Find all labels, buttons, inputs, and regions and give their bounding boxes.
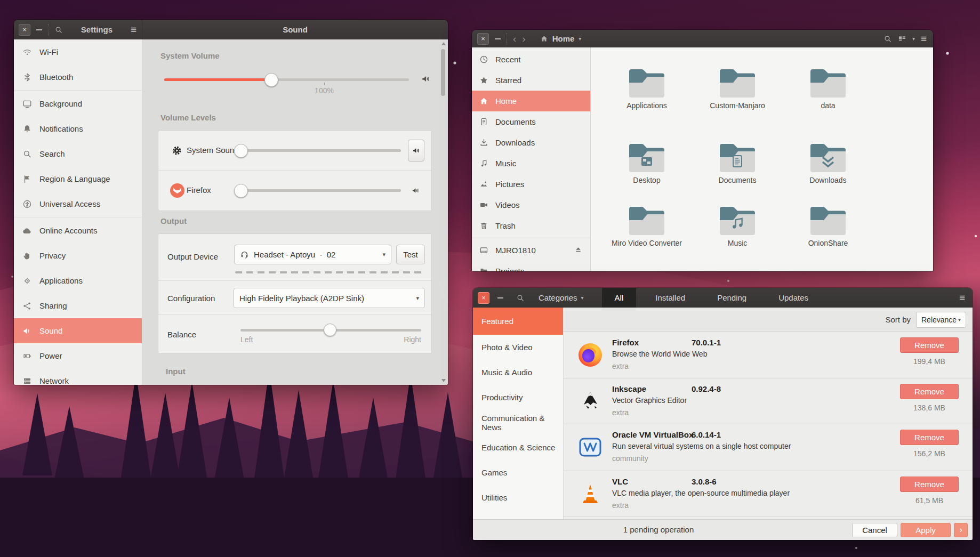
sidebar-item-search[interactable]: Search (14, 141, 142, 166)
volume-row-firefox: Firefox (158, 171, 431, 211)
search-icon[interactable] (54, 26, 63, 34)
scroll-up-arrow[interactable] (441, 42, 446, 45)
sort-dropdown[interactable]: Relevance ▾ (916, 312, 966, 328)
sidebar-item-region-language[interactable]: Region & Language (14, 166, 142, 191)
tab-all[interactable]: All (602, 288, 637, 308)
category-games[interactable]: Games (473, 460, 563, 485)
sidebar-item-videos[interactable]: Videos (472, 195, 590, 215)
sidebar-item-universal-access[interactable]: Universal Access (14, 191, 142, 216)
folder-downloads[interactable]: Downloads (783, 144, 873, 184)
system-volume-knob[interactable] (264, 73, 278, 87)
sidebar-item-privacy[interactable]: Privacy (14, 243, 142, 268)
folder-custom-manjaro[interactable]: Custom-Manjaro (692, 69, 783, 110)
minimize-button[interactable] (495, 38, 501, 39)
category-education-science[interactable]: Education & Science (473, 435, 563, 460)
volume-tick-label: 100% (306, 86, 343, 95)
menu-icon[interactable]: ≡ (959, 293, 965, 303)
balance-knob[interactable] (324, 324, 336, 336)
sidebar-item-mjro1810[interactable]: MJRO1810 (472, 240, 590, 261)
tab-pending[interactable]: Pending (704, 288, 759, 308)
volume-tick (324, 83, 325, 85)
folder-music[interactable]: Music (692, 207, 783, 247)
scrollbar-thumb[interactable] (441, 49, 445, 96)
tab-installed[interactable]: Installed (642, 288, 698, 308)
forward-button[interactable]: › (522, 34, 525, 44)
remove-button[interactable]: Remove (900, 430, 959, 445)
output-device-dropdown[interactable]: Headset - Aptoyu - 02 ▾ (234, 245, 391, 264)
category-communication-news[interactable]: Communication & News (473, 410, 563, 435)
sidebar-item-music[interactable]: Music (472, 153, 590, 174)
folder-data[interactable]: data (783, 69, 873, 110)
tab-updates[interactable]: Updates (766, 288, 821, 308)
sidebar-separator (14, 217, 142, 217)
package-row-inkscape[interactable]: Inkscape 0.92.4-8 Vector Graphics Editor… (564, 378, 973, 424)
sidebar-item-notifications[interactable]: Notifications (14, 116, 142, 141)
mute-toggle-button[interactable] (408, 140, 424, 162)
sidebar-item-applications[interactable]: Applications (14, 268, 142, 293)
scroll-down-arrow[interactable] (441, 379, 446, 382)
package-row-virtualbox[interactable]: Oracle VM VirtualBox 6.0.14-1 Run severa… (564, 424, 973, 471)
scrollbar[interactable] (440, 42, 446, 382)
sidebar-item-background[interactable]: Background (14, 91, 142, 116)
remove-button[interactable]: Remove (900, 337, 959, 353)
firefox-volume-slider[interactable] (236, 189, 401, 192)
sidebar-item-trash[interactable]: Trash (472, 215, 590, 236)
app-grid-icon (22, 276, 32, 286)
folder-miro-video-converter[interactable]: Miro Video Converter (601, 207, 692, 247)
folder-desktop[interactable]: Desktop (601, 144, 692, 184)
sidebar-item-documents[interactable]: Documents (472, 111, 590, 132)
minimize-button[interactable] (497, 297, 503, 298)
path-bar[interactable]: Home ▾ (540, 34, 582, 43)
package-row-vlc[interactable]: VLC 3.0.8-6 VLC media player, the open-s… (564, 471, 973, 517)
system-sounds-knob[interactable] (234, 144, 248, 158)
sidebar-item-starred[interactable]: Starred (472, 70, 590, 91)
sidebar-item-projects[interactable]: Projects (472, 261, 590, 271)
close-button[interactable]: × (19, 24, 30, 36)
sidebar-item-bluetooth[interactable]: Bluetooth (14, 64, 142, 90)
sidebar-item-home[interactable]: Home (472, 91, 590, 111)
package-list-pane: Sort by Relevance ▾ Firefox 70.0.1-1 Bro… (564, 308, 973, 519)
search-icon[interactable] (883, 35, 892, 43)
sidebar-item-power[interactable]: Power (14, 343, 142, 368)
sidebar-item-sharing[interactable]: Sharing (14, 293, 142, 318)
remove-button[interactable]: Remove (900, 384, 959, 399)
sidebar-item-online-accounts[interactable]: Online Accounts (14, 218, 142, 243)
expand-details-button[interactable]: › (954, 523, 968, 537)
cancel-button[interactable]: Cancel (852, 523, 897, 537)
remove-button[interactable]: Remove (900, 477, 959, 492)
firefox-volume-knob[interactable] (234, 184, 248, 198)
apply-button[interactable]: Apply (901, 523, 951, 537)
menu-icon[interactable]: ≡ (921, 34, 927, 44)
package-row-firefox[interactable]: Firefox 70.0.1-1 Browse the World Wide W… (564, 332, 973, 378)
search-icon[interactable] (516, 294, 525, 302)
test-button[interactable]: Test (396, 245, 425, 264)
category-music-audio[interactable]: Music & Audio (473, 360, 563, 385)
categories-button[interactable]: Categories ▾ (539, 293, 584, 302)
category-featured[interactable]: Featured (473, 308, 563, 335)
sidebar-item-recent[interactable]: Recent (472, 49, 590, 70)
minimize-button[interactable] (36, 29, 42, 30)
system-sounds-slider[interactable] (236, 149, 401, 152)
system-volume-slider[interactable] (164, 78, 409, 81)
category-productivity[interactable]: Productivity (473, 385, 563, 410)
view-grid-icon[interactable] (898, 35, 906, 43)
sidebar-item-downloads[interactable]: Downloads (472, 132, 590, 153)
eject-icon[interactable] (574, 245, 583, 256)
close-button[interactable]: × (477, 33, 489, 45)
category-photo-video[interactable]: Photo & Video (473, 335, 563, 360)
close-button[interactable]: × (478, 292, 489, 304)
sidebar-item-pictures[interactable]: Pictures (472, 174, 590, 195)
input-heading: Input (166, 367, 186, 376)
sidebar-item-sound[interactable]: Sound (14, 318, 142, 343)
sidebar-item-wifi[interactable]: Wi-Fi (14, 39, 142, 64)
category-utilities[interactable]: Utilities (473, 485, 563, 510)
star-icon (479, 76, 488, 85)
configuration-dropdown[interactable]: High Fidelity Playback (A2DP Sink) ▾ (234, 288, 425, 308)
folder-onionshare[interactable]: OnionShare (783, 207, 873, 247)
sidebar-item-network[interactable]: Network (14, 368, 142, 385)
chevron-down-icon[interactable]: ▾ (912, 36, 915, 42)
menu-icon[interactable]: ≡ (131, 25, 136, 35)
back-button[interactable]: ‹ (513, 34, 516, 44)
folder-documents[interactable]: Documents (692, 144, 783, 184)
folder-applications[interactable]: Applications (601, 69, 692, 110)
